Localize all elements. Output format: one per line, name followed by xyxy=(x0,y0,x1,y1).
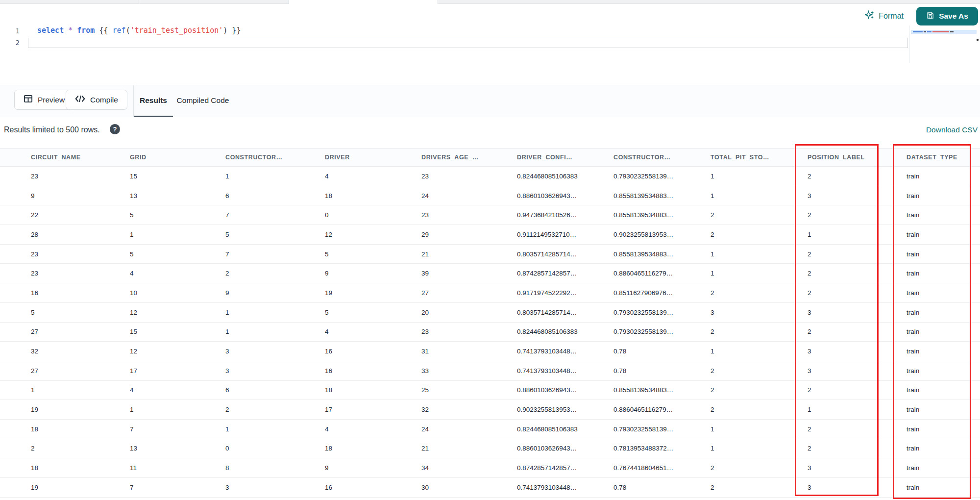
table-cell: 0.78 xyxy=(613,367,710,375)
table-cell: 0.8860103626943… xyxy=(517,386,613,394)
table-cell: 15 xyxy=(130,173,225,180)
table-cell: 0.8035714285714… xyxy=(517,250,613,258)
table-cell: 2 xyxy=(710,464,808,472)
format-button[interactable]: Format xyxy=(865,10,904,22)
table-cell: 18 xyxy=(325,192,421,200)
table-cell: 8 xyxy=(225,464,325,472)
active-file-tab[interactable] xyxy=(289,0,438,4)
file-tab-strip[interactable] xyxy=(0,0,980,4)
download-csv-link[interactable]: Download CSV xyxy=(926,125,978,134)
table-cell: 0 xyxy=(225,445,325,452)
tab-compiled-code[interactable]: Compiled Code xyxy=(173,85,233,116)
table-cell: train xyxy=(906,192,980,200)
table-cell: 0.7813953488372… xyxy=(613,445,710,452)
table-cell: 2 xyxy=(808,211,906,219)
table-cell: 0.78 xyxy=(613,348,710,355)
table-row: 23575210.8035714285714…0.8558139534883…1… xyxy=(0,245,980,264)
code-token: from xyxy=(77,26,95,35)
minimap-token xyxy=(950,31,954,32)
table-cell: 16 xyxy=(325,484,421,491)
table-cell: 0.7930232558139… xyxy=(613,309,710,316)
table-row: 1610919270.9171974522292…0.8511627906976… xyxy=(0,283,980,303)
editor-minimap[interactable] xyxy=(909,25,979,63)
table-row: 197316300.7413793103448…0.7823train xyxy=(0,478,980,498)
table-cell: 1 xyxy=(808,231,906,238)
code-token xyxy=(64,26,68,35)
table-cell: train xyxy=(906,250,980,258)
table-cell: 2 xyxy=(808,173,906,180)
line-number-1: 1 xyxy=(0,27,20,35)
compile-label: Compile xyxy=(90,96,118,104)
table-cell: train xyxy=(906,406,980,413)
table-row: 18714240.8244680851063830.7930232558139…… xyxy=(0,420,980,439)
table-cell: 3 xyxy=(225,348,325,355)
table-cell: 0.8035714285714… xyxy=(517,309,613,316)
table-cell: 0.824468085106383 xyxy=(517,328,613,335)
column-header: DRIVER_CONFI… xyxy=(517,154,613,161)
sql-editor[interactable]: Format Save As 1 2 select * from {{ ref(… xyxy=(0,4,980,85)
minimap-token xyxy=(932,31,949,32)
table-cell: train xyxy=(906,386,980,394)
table-cell: 1 xyxy=(710,173,808,180)
table-row: 23429390.8742857142857…0.8860465116279…1… xyxy=(0,264,980,283)
format-label: Format xyxy=(879,12,904,21)
active-line-highlight[interactable] xyxy=(28,38,908,48)
code-line-1[interactable]: select * from {{ ref('train_test_positio… xyxy=(37,26,241,35)
table-cell: 0.824468085106383 xyxy=(517,425,613,433)
table-cell: 4 xyxy=(325,425,421,433)
table-cell: 0.7413793103448… xyxy=(517,348,613,355)
save-as-label: Save As xyxy=(939,12,968,21)
table-cell: 3 xyxy=(808,192,906,200)
table-cell: 0.9171974522292… xyxy=(517,289,613,297)
tab-results[interactable]: Results xyxy=(134,85,173,116)
table-cell: 0.8558139534883… xyxy=(613,250,710,258)
table-cell: 0 xyxy=(325,211,421,219)
table-cell: 0.7930232558139… xyxy=(613,425,710,433)
table-cell: 3 xyxy=(808,348,906,355)
table-cell: train xyxy=(906,173,980,180)
table-cell: 0.8860103626943… xyxy=(517,445,613,452)
table-cell: 2 xyxy=(808,270,906,277)
table-cell: 1 xyxy=(31,386,130,394)
table-cell: 22 xyxy=(31,211,130,219)
table-row: 2717316330.7413793103448…0.7823train xyxy=(0,361,980,381)
table-cell: 5 xyxy=(130,211,225,219)
table-cell: 4 xyxy=(130,386,225,394)
results-table: CIRCUIT_NAMEGRIDCONSTRUCTOR…DRIVERDRIVER… xyxy=(0,148,980,498)
table-cell: 2 xyxy=(808,328,906,335)
table-cell: 3 xyxy=(808,484,906,491)
table-cell: 1 xyxy=(808,406,906,413)
table-cell: 4 xyxy=(325,173,421,180)
table-cell: 0.7930232558139… xyxy=(613,328,710,335)
table-cell: 17 xyxy=(130,367,225,375)
table-cell: 32 xyxy=(31,348,130,355)
table-cell: 23 xyxy=(421,211,517,219)
table-cell: 23 xyxy=(31,173,130,180)
table-cell: 3 xyxy=(808,309,906,316)
save-as-button[interactable]: Save As xyxy=(916,7,978,25)
preview-button[interactable]: Preview xyxy=(14,90,74,110)
table-cell: 7 xyxy=(225,211,325,219)
table-cell: train xyxy=(906,464,980,472)
table-cell: 13 xyxy=(130,445,225,452)
table-cell: 31 xyxy=(421,348,517,355)
active-tab-indicator xyxy=(134,116,173,117)
table-cell: train xyxy=(906,425,980,433)
table-cell: 34 xyxy=(421,464,517,472)
table-cell: 2 xyxy=(710,328,808,335)
column-header: POSITION_LABEL xyxy=(808,154,906,161)
table-cell: 16 xyxy=(325,367,421,375)
table-cell: 21 xyxy=(421,445,517,452)
sparkles-icon xyxy=(865,10,875,22)
table-cell: train xyxy=(906,484,980,491)
column-header: DRIVERS_AGE_… xyxy=(421,154,517,161)
column-header: CIRCUIT_NAME xyxy=(31,154,130,161)
results-meta-bar: Results limited to 500 rows. ? Download … xyxy=(0,122,980,140)
table-cell: train xyxy=(906,289,980,297)
table-cell: 5 xyxy=(325,250,421,258)
compile-button[interactable]: Compile xyxy=(66,90,127,110)
table-cell: 1 xyxy=(710,192,808,200)
table-cell: 23 xyxy=(421,328,517,335)
table-cell: 0.7413793103448… xyxy=(517,367,613,375)
help-icon[interactable]: ? xyxy=(110,124,120,134)
